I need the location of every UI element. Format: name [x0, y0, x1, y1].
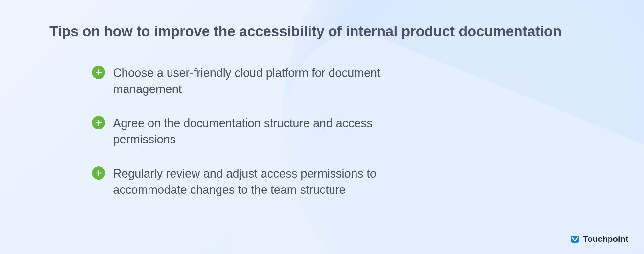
- brand-logo-icon: [570, 235, 580, 244]
- brand-name: Touchpoint: [583, 234, 628, 244]
- tip-text: Regularly review and adjust access permi…: [113, 166, 435, 198]
- plus-icon: [92, 166, 105, 180]
- tip-text: Agree on the documentation structure and…: [113, 115, 435, 147]
- plus-icon: [92, 116, 105, 129]
- tip-item: Choose a user-friendly cloud platform fo…: [92, 65, 595, 97]
- brand: Touchpoint: [570, 234, 628, 244]
- tips-list: Choose a user-friendly cloud platform fo…: [92, 65, 595, 198]
- slide-canvas: Tips on how to improve the accessibility…: [0, 0, 644, 254]
- content-area: Tips on how to improve the accessibility…: [49, 23, 595, 198]
- tip-item: Agree on the documentation structure and…: [92, 115, 595, 147]
- plus-icon: [92, 66, 105, 79]
- tip-text: Choose a user-friendly cloud platform fo…: [113, 65, 435, 97]
- tip-item: Regularly review and adjust access permi…: [92, 166, 595, 198]
- slide-title: Tips on how to improve the accessibility…: [49, 23, 595, 39]
